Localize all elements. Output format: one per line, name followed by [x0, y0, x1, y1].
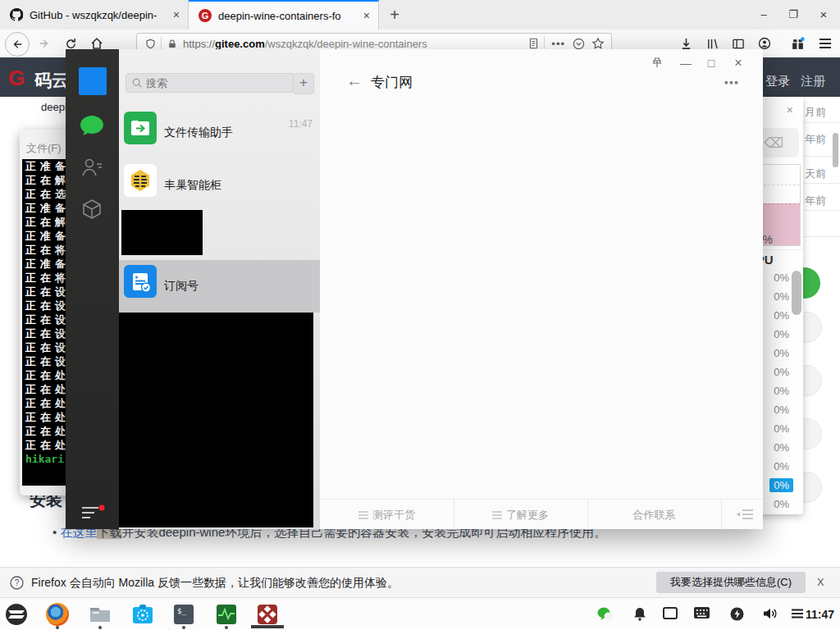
lock-icon	[167, 39, 177, 49]
divider	[803, 183, 840, 184]
chat-item-fengchao[interactable]: 丰巢智能柜	[119, 159, 320, 212]
notifications-bell-icon[interactable]	[633, 607, 646, 621]
gitee-logo-text: 码云	[34, 69, 66, 92]
panel-more-icon[interactable]: ⋯	[724, 74, 740, 92]
keyboard-icon[interactable]	[694, 607, 710, 619]
volume-icon[interactable]	[763, 607, 778, 620]
commit-timestamp: 月前	[805, 105, 826, 120]
show-desktop-icon[interactable]	[792, 609, 803, 619]
firefox-icon[interactable]	[46, 603, 69, 626]
terminal-app-icon[interactable]: $_	[172, 603, 195, 626]
terminal-file-menu[interactable]: 文件(F)	[26, 141, 62, 156]
svg-text:?: ?	[15, 578, 20, 587]
chat-item-file-transfer[interactable]: 文件传输助手 11:47	[119, 107, 320, 159]
chat-item-subscriptions[interactable]: 订阅号	[119, 260, 320, 313]
wechat-window: + 文件传输助手 11:47 丰巢智能柜 订阅号	[66, 49, 763, 529]
choose-info-button[interactable]: 我要选择提供哪些信息(C)	[656, 572, 806, 593]
firefox-notification-bar: ? Firefox 会自动向 Mozilla 反馈一些数据，让我们能够改善您的使…	[0, 567, 840, 598]
chat-time: 11:47	[289, 118, 313, 130]
chats-icon[interactable]	[80, 115, 104, 137]
commit-timestamp: 年前	[805, 194, 826, 208]
divider	[803, 122, 840, 123]
extension-icon[interactable]	[788, 34, 807, 52]
popup-close-icon[interactable]: ×	[787, 103, 793, 116]
deepin-wine-app-icon[interactable]	[256, 603, 279, 626]
window-minimize-button[interactable]: –	[755, 7, 773, 23]
fengchao-hive-icon	[124, 164, 157, 197]
launcher-icon[interactable]	[5, 603, 28, 626]
menu-lines-icon	[358, 511, 368, 519]
pocket-icon[interactable]	[573, 38, 585, 50]
notification-close-icon[interactable]: X	[817, 576, 824, 588]
popup-scrollbar-thumb[interactable]	[792, 271, 801, 315]
tab-github[interactable]: GitHub - wszqkzqk/deepin- ×	[0, 0, 189, 30]
github-icon	[10, 8, 23, 21]
reader-mode-icon[interactable]	[528, 38, 539, 49]
moments-box-icon[interactable]	[81, 199, 103, 220]
gitee-register-link[interactable]: 注册	[801, 74, 825, 89]
running-indicator	[225, 626, 228, 629]
new-tab-button[interactable]: +	[384, 5, 405, 25]
article-panel-title: 专门网	[371, 73, 413, 92]
tracking-shield-icon[interactable]	[145, 39, 156, 49]
menu-lines-icon	[492, 511, 502, 519]
svg-text:$_: $_	[177, 607, 186, 615]
clock: 11:47	[806, 608, 834, 621]
wechat-tray-icon[interactable]	[597, 607, 613, 621]
wechat-nav-rail	[66, 49, 119, 529]
pin-icon[interactable]	[646, 56, 668, 71]
system-monitor-icon[interactable]	[215, 603, 238, 626]
chat-name: 丰巢智能柜	[164, 178, 221, 193]
virtual-display-icon[interactable]	[663, 607, 678, 619]
subscriptions-icon	[124, 265, 157, 298]
tab-close-icon[interactable]: ×	[165, 8, 188, 21]
gitee-logo[interactable]: G	[8, 66, 25, 91]
active-window-indicator	[251, 625, 284, 628]
commit-timestamp: 年前	[805, 132, 826, 147]
tab-bar: GitHub - wszqkzqk/deepin- × G deepin-win…	[0, 0, 840, 30]
taskbar: $_ 11:47	[0, 597, 840, 630]
footer-tab-reviews[interactable]: 测评干货	[320, 500, 454, 530]
commit-timestamp: 天前	[805, 167, 826, 181]
menu-hamburger-icon[interactable]	[815, 34, 835, 52]
footer-tab-learn-more[interactable]: 了解更多	[454, 500, 587, 530]
footer-collapse-icon[interactable]	[737, 509, 753, 520]
url-path: /wszqkzqk/deepin-wine-containers	[265, 38, 427, 50]
divider	[803, 210, 840, 211]
gitee-icon: G	[199, 9, 212, 22]
wechat-article-panel: — □ × ← 专门网 ⋯ 测评干货 了解更多 合作联系	[320, 49, 763, 529]
page-actions-icon[interactable]: •••	[551, 38, 565, 50]
back-arrow[interactable]: ←	[346, 71, 363, 90]
divider	[721, 500, 722, 530]
redacted-list-block	[119, 313, 313, 527]
gitee-file-item[interactable]: deepin	[38, 100, 66, 113]
window-close-button[interactable]: ×	[815, 7, 833, 23]
search-input[interactable]	[126, 73, 294, 93]
power-manager-icon[interactable]	[730, 607, 744, 621]
more-menu-icon[interactable]	[81, 504, 106, 521]
back-button[interactable]	[5, 32, 30, 57]
chat-name: 文件传输助手	[164, 126, 233, 140]
tab-close-icon[interactable]: ×	[355, 9, 378, 22]
tab-gitee-active[interactable]: G deepin-wine-containers-fo ×	[189, 0, 379, 30]
window-restore-button[interactable]: ❐	[784, 7, 802, 23]
file-manager-icon[interactable]	[89, 603, 112, 626]
redacted-chat-block	[121, 210, 203, 255]
wechat-minimize-button[interactable]: —	[675, 56, 696, 71]
gitee-login-link[interactable]: 登录	[765, 74, 790, 89]
footer-tab-cooperation[interactable]: 合作联系	[587, 500, 721, 530]
forward-button[interactable]	[34, 34, 54, 52]
tab-title: GitHub - wszqkzqk/deepin-	[30, 9, 161, 21]
avatar[interactable]	[79, 67, 107, 95]
url-scheme: https://	[183, 38, 215, 50]
running-indicator	[182, 626, 185, 629]
screen: GitHub - wszqkzqk/deepin- × G deepin-win…	[0, 0, 840, 630]
wechat-close-button[interactable]: ×	[728, 56, 749, 71]
bookmark-star-icon[interactable]	[591, 37, 605, 50]
running-indicator	[56, 626, 59, 629]
wechat-maximize-button[interactable]: □	[701, 56, 722, 71]
contacts-icon[interactable]	[80, 156, 103, 179]
app-store-icon[interactable]	[131, 603, 154, 626]
page-scrollbar-thumb[interactable]	[833, 133, 838, 167]
add-chat-button[interactable]: +	[293, 73, 314, 94]
